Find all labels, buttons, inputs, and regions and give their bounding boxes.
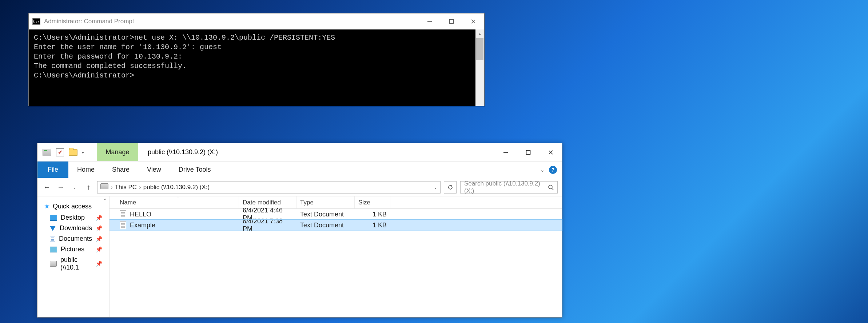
maximize-button[interactable] [517,143,539,161]
ribbon-tab-view[interactable]: View [138,162,170,178]
scroll-up-icon[interactable]: ⌃ [103,198,107,203]
file-type: Text Document [296,222,355,229]
terminal-line: Enter the password for 10.130.9.2: [34,52,479,61]
manage-contextual-tab[interactable]: Manage [97,143,138,161]
terminal-line: C:\Users\Administrator> [34,71,479,80]
drive-icon [43,148,51,157]
terminal-line: C:\Users\Administrator>net use X: \\10.1… [34,33,479,43]
command-prompt-window[interactable]: C:\ Administrator: Command Prompt C:\Use… [28,13,485,106]
svg-rect-5 [526,150,530,154]
svg-point-8 [549,185,552,189]
up-button[interactable]: ↑ [83,183,93,191]
pin-icon: 📌 [96,215,106,221]
command-prompt-titlebar[interactable]: C:\ Administrator: Command Prompt [29,13,484,29]
command-prompt-title: Administrator: Command Prompt [44,18,134,25]
sidebar-item-pictures[interactable]: Pictures 📌 [37,244,109,255]
address-dropdown-icon[interactable]: ⌄ [434,185,437,190]
quick-access-toolbar: ✔ ▾ [37,143,95,161]
file-name: Example [130,222,155,229]
sort-indicator-icon: ⌃ [176,196,179,200]
sidebar-item-desktop[interactable]: Desktop 📌 [37,212,109,223]
window-title: public (\\10.130.9.2) (X:) [138,143,218,161]
network-drive-icon [50,261,57,267]
ribbon-tab-drive-tools[interactable]: Drive Tools [170,162,220,178]
breadcrumb-this-pc[interactable]: This PC [115,184,137,191]
file-explorer-window[interactable]: ✔ ▾ Manage public (\\10.130.9.2) (X:) Fi… [37,143,562,318]
file-row[interactable]: HELLO 6/4/2021 4:46 PM Text Document 1 K… [110,209,562,220]
pin-icon: 📌 [96,260,106,267]
scroll-up-icon[interactable]: ▴ [475,29,484,38]
command-prompt-body[interactable]: C:\Users\Administrator>net use X: \\10.1… [29,29,484,106]
svg-rect-1 [450,20,454,24]
star-icon: ★ [44,202,50,210]
drive-icon [100,183,108,191]
address-bar[interactable]: › This PC › public (\\10.130.9.2) (X:) ⌄ [97,181,441,194]
pin-icon: 📌 [96,246,106,253]
manage-label: Manage [105,148,129,156]
sidebar-item-public-drive[interactable]: public (\\10.1 📌 [37,255,109,273]
quick-access-label: Quick access [53,203,92,210]
maximize-button[interactable] [441,13,462,29]
search-placeholder: Search public (\\10.130.9.2) (X:) [464,180,545,195]
close-button[interactable] [539,143,562,161]
desktop-icon [50,215,57,221]
file-size: 1 KB [355,222,390,229]
terminal-line: The command completed successfully. [34,61,479,71]
separator [90,148,90,156]
text-file-icon [120,210,126,218]
ribbon-tab-home[interactable]: Home [68,162,103,178]
file-date: 6/4/2021 7:38 PM [239,218,296,233]
explorer-titlebar[interactable]: ✔ ▾ Manage public (\\10.130.9.2) (X:) [37,143,562,162]
scroll-thumb[interactable] [476,38,483,60]
pin-icon: 📌 [96,236,106,242]
column-header-name[interactable]: ⌃ Name [116,196,239,208]
file-list-pane[interactable]: ⌃ Name Date modified Type Size HELLO 6/4… [110,196,562,317]
close-button[interactable] [462,13,484,29]
quick-access-group[interactable]: ★ Quick access [37,200,109,212]
qat-dropdown-icon[interactable]: ▾ [82,150,84,155]
minimize-button[interactable] [494,143,517,161]
file-type: Text Document [296,211,355,218]
file-row[interactable]: Example 6/4/2021 7:38 PM Text Document 1… [110,220,562,231]
file-name: HELLO [130,211,151,218]
column-header-type[interactable]: Type [296,196,355,208]
documents-icon [50,236,55,242]
breadcrumb-separator-icon: › [139,184,141,191]
explorer-main: ⌃ ★ Quick access Desktop 📌 Downloads 📌 D… [37,196,562,317]
terminal-line: Enter the user name for '10.130.9.2': gu… [34,43,479,52]
terminal-scrollbar[interactable]: ▴ [475,29,484,106]
sidebar-item-documents[interactable]: Documents 📌 [37,234,109,244]
pin-icon: 📌 [96,225,106,232]
search-box[interactable]: Search public (\\10.130.9.2) (X:) [460,181,558,194]
ribbon-tab-share[interactable]: Share [103,162,138,178]
ribbon-tabs: File Home Share View Drive Tools ⌄ ? [37,162,562,178]
search-icon [548,184,554,190]
recent-locations-icon[interactable]: ⌄ [69,185,80,190]
back-button[interactable]: ← [42,183,52,191]
navigation-pane[interactable]: ⌃ ★ Quick access Desktop 📌 Downloads 📌 D… [37,196,110,317]
sidebar-item-downloads[interactable]: Downloads 📌 [37,223,109,234]
column-headers: ⌃ Name Date modified Type Size [110,196,562,209]
svg-line-9 [552,188,553,190]
refresh-button[interactable] [444,181,457,194]
file-size: 1 KB [355,211,390,218]
breadcrumb-location[interactable]: public (\\10.130.9.2) (X:) [143,184,210,191]
ribbon-collapse-icon[interactable]: ⌄ [540,167,545,173]
pictures-icon [50,247,57,252]
text-file-icon [120,221,126,229]
properties-icon[interactable]: ✔ [56,148,64,157]
command-prompt-icon: C:\ [32,18,40,25]
help-icon[interactable]: ? [549,166,557,174]
scroll-track[interactable] [475,38,484,106]
ribbon-tab-file[interactable]: File [37,162,68,178]
minimize-button[interactable] [419,13,441,29]
address-bar-row: ← → ⌄ ↑ › This PC › public (\\10.130.9.2… [37,178,562,196]
column-header-size[interactable]: Size [355,196,390,208]
breadcrumb-separator-icon: › [111,184,113,191]
new-folder-icon[interactable] [69,148,77,157]
forward-button[interactable]: → [56,183,66,191]
downloads-icon [50,226,56,231]
